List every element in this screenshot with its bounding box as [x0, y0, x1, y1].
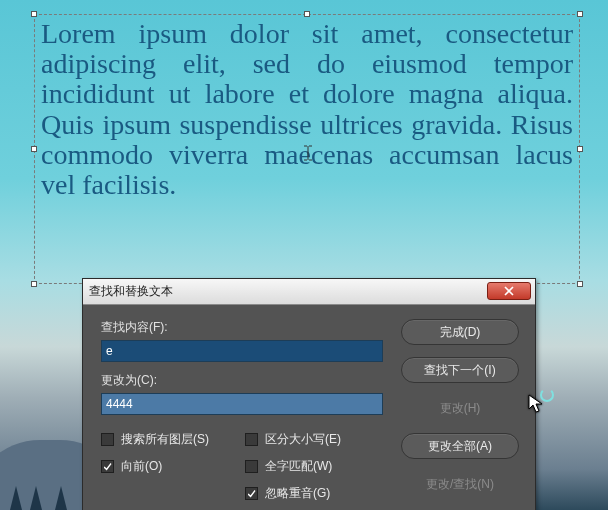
find-label: 查找内容(F): — [101, 319, 383, 336]
checkbox-label: 向前(O) — [121, 458, 162, 475]
checkbox-box — [101, 460, 114, 473]
text-cursor-icon — [302, 145, 314, 165]
handle-mid-right[interactable] — [577, 146, 583, 152]
checkbox-box — [245, 433, 258, 446]
checkbox-forward[interactable]: 向前(O) — [101, 458, 209, 475]
close-icon — [504, 286, 514, 296]
checkbox-box — [245, 460, 258, 473]
mouse-cursor-icon — [528, 394, 544, 414]
paragraph-text[interactable]: Lorem ipsum dolor sit amet, consec­tetur… — [41, 19, 573, 200]
find-replace-dialog: 查找和替换文本 查找内容(F): 更改为(C): 搜索所有图层(S) 向前(O — [82, 278, 536, 510]
handle-bot-right[interactable] — [577, 281, 583, 287]
find-input[interactable] — [101, 340, 383, 362]
checkbox-label: 全字匹配(W) — [265, 458, 332, 475]
checkbox-search-all-layers[interactable]: 搜索所有图层(S) — [101, 431, 209, 448]
handle-top-mid[interactable] — [304, 11, 310, 17]
change-button: 更改(H) — [401, 395, 519, 421]
handle-mid-left[interactable] — [31, 146, 37, 152]
checkbox-case-sensitive[interactable]: 区分大小写(E) — [245, 431, 341, 448]
close-button[interactable] — [487, 282, 531, 300]
dialog-title: 查找和替换文本 — [89, 283, 173, 300]
replace-input[interactable] — [101, 393, 383, 415]
checkbox-ignore-accents[interactable]: 忽略重音(G) — [245, 485, 341, 502]
checkbox-label: 区分大小写(E) — [265, 431, 341, 448]
dialog-titlebar[interactable]: 查找和替换文本 — [83, 279, 535, 305]
handle-top-right[interactable] — [577, 11, 583, 17]
handle-bot-left[interactable] — [31, 281, 37, 287]
done-button[interactable]: 完成(D) — [401, 319, 519, 345]
change-find-button: 更改/查找(N) — [401, 471, 519, 497]
checkbox-whole-word[interactable]: 全字匹配(W) — [245, 458, 341, 475]
checkbox-label: 忽略重音(G) — [265, 485, 330, 502]
find-next-button[interactable]: 查找下一个(I) — [401, 357, 519, 383]
handle-top-left[interactable] — [31, 11, 37, 17]
checkbox-box — [245, 487, 258, 500]
replace-label: 更改为(C): — [101, 372, 383, 389]
change-all-button[interactable]: 更改全部(A) — [401, 433, 519, 459]
checkbox-label: 搜索所有图层(S) — [121, 431, 209, 448]
checkbox-box — [101, 433, 114, 446]
